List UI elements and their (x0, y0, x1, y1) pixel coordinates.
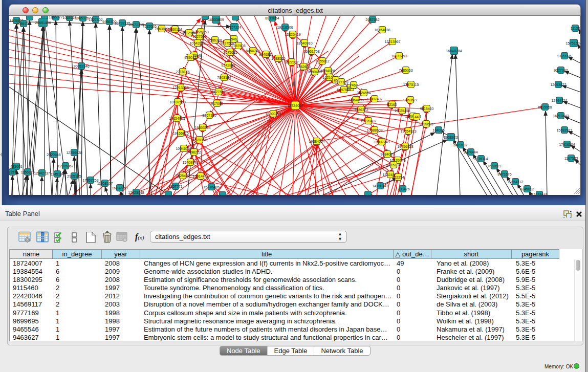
svg-text:1156829: 1156829 (21, 170, 35, 174)
svg-text:9245612: 9245612 (520, 187, 534, 191)
svg-text:2935114: 2935114 (474, 157, 488, 161)
svg-text:18724007: 18724007 (287, 104, 303, 107)
svg-text:8660124: 8660124 (168, 28, 182, 31)
svg-text:8938923: 8938923 (444, 136, 458, 139)
svg-text:8813054: 8813054 (265, 16, 279, 20)
svg-text:12093822: 12093822 (550, 83, 566, 86)
svg-text:10543382: 10543382 (189, 41, 205, 45)
svg-text:1167533: 1167533 (564, 157, 578, 160)
svg-text:2367608: 2367608 (231, 44, 245, 48)
svg-text:15692971: 15692971 (556, 128, 572, 132)
svg-text:10654112: 10654112 (508, 180, 524, 184)
svg-text:19166825: 19166825 (172, 132, 188, 135)
svg-text:1865377: 1865377 (49, 16, 62, 19)
svg-text:9242848: 9242848 (221, 63, 235, 67)
svg-text:3824554: 3824554 (357, 91, 371, 95)
svg-text:19654915: 19654915 (169, 117, 185, 120)
svg-text:485001: 485001 (10, 165, 22, 168)
svg-text:12444151: 12444151 (551, 99, 567, 102)
svg-text:15716485: 15716485 (203, 185, 219, 189)
svg-text:12923448: 12923448 (128, 191, 144, 194)
svg-text:13325419: 13325419 (285, 33, 300, 36)
svg-text:20691406: 20691406 (35, 21, 51, 25)
svg-text:19218506: 19218506 (277, 26, 293, 29)
svg-text:17957253: 17957253 (82, 179, 98, 182)
svg-text:1362615: 1362615 (296, 65, 310, 69)
svg-text:16961758: 16961758 (303, 50, 319, 53)
svg-text:546: 546 (231, 37, 237, 41)
svg-text:11958107: 11958107 (97, 182, 113, 185)
svg-text:17975115: 17975115 (403, 83, 419, 86)
svg-text:2020655: 2020655 (47, 153, 60, 157)
svg-text:16210643: 16210643 (553, 114, 569, 118)
svg-text:19384554: 19384554 (309, 140, 324, 143)
svg-text:1527602: 1527602 (89, 18, 102, 21)
svg-text:1588520: 1588520 (271, 57, 285, 60)
svg-text:18640910: 18640910 (296, 41, 312, 45)
svg-text:62160: 62160 (387, 103, 397, 106)
svg-text:7803144: 7803144 (217, 76, 231, 79)
svg-text:18807249: 18807249 (374, 140, 389, 144)
svg-text:9463627: 9463627 (403, 98, 417, 102)
svg-text:16782759: 16782759 (112, 186, 127, 190)
svg-text:2905135: 2905135 (67, 174, 81, 178)
svg-text:16154838: 16154838 (374, 28, 390, 32)
svg-text:19654923: 19654923 (400, 129, 416, 133)
svg-text:16914479: 16914479 (192, 174, 208, 178)
svg-text:8322037: 8322037 (285, 60, 298, 64)
svg-text:9227342: 9227342 (554, 69, 568, 72)
svg-text:10973493: 10973493 (391, 54, 407, 58)
svg-text:7462: 7462 (350, 83, 358, 87)
svg-text:12942737: 12942737 (34, 171, 50, 175)
svg-text:19353594: 19353594 (194, 126, 210, 129)
svg-text:9474444: 9474444 (464, 150, 477, 154)
svg-text:2687682: 2687682 (365, 18, 379, 21)
svg-text:8427552: 8427552 (211, 90, 225, 94)
svg-text:11123: 11123 (571, 27, 580, 30)
svg-text:6794028: 6794028 (321, 69, 335, 73)
svg-text:10807487: 10807487 (366, 97, 382, 101)
svg-text:9699695: 9699695 (419, 122, 433, 126)
svg-text:15720407: 15720407 (360, 119, 376, 123)
svg-text:7955812: 7955812 (315, 59, 329, 63)
svg-text:989012: 989012 (184, 56, 196, 59)
svg-text:12213383: 12213383 (172, 86, 188, 90)
svg-text:252254: 252254 (392, 176, 404, 179)
svg-text:44: 44 (415, 115, 419, 119)
svg-text:16648784: 16648784 (446, 49, 462, 53)
svg-text:4055713: 4055713 (16, 22, 30, 26)
svg-text:1615132: 1615132 (386, 163, 400, 167)
svg-text:15409948: 15409948 (182, 161, 198, 164)
svg-text:1145194: 1145194 (51, 172, 64, 176)
svg-text:17916504: 17916504 (559, 143, 575, 146)
svg-text:9146821: 9146821 (259, 53, 273, 56)
svg-text:8990448: 8990448 (308, 70, 321, 74)
svg-text:10107553: 10107553 (169, 100, 185, 104)
svg-text:3675685: 3675685 (223, 51, 237, 54)
svg-text:7625462: 7625462 (176, 174, 189, 178)
svg-text:19756928: 19756928 (397, 145, 413, 148)
svg-text:7357224: 7357224 (227, 26, 241, 29)
svg-text:8454749: 8454749 (246, 49, 259, 53)
svg-text:9498222: 9498222 (187, 150, 201, 154)
svg-text:14136141: 14136141 (372, 184, 388, 188)
svg-text:6679197: 6679197 (453, 143, 467, 147)
svg-text:2718176: 2718176 (176, 70, 189, 74)
svg-text:10025458: 10025458 (394, 109, 410, 113)
svg-text:10688609: 10688609 (366, 128, 382, 132)
svg-text:6497568: 6497568 (337, 88, 351, 92)
svg-text:7632621: 7632621 (487, 164, 501, 168)
svg-text:7663822: 7663822 (155, 27, 168, 31)
svg-text:12213967: 12213967 (384, 40, 400, 43)
svg-text:5678354: 5678354 (192, 138, 206, 142)
svg-text:917004: 917004 (211, 102, 223, 105)
svg-text:9857771: 9857771 (168, 185, 182, 188)
svg-text:9129996: 9129996 (557, 54, 571, 58)
svg-text:20053346: 20053346 (73, 64, 89, 68)
svg-text:15751034: 15751034 (565, 41, 581, 45)
svg-text:8215958: 8215958 (538, 105, 552, 109)
svg-text:391571: 391571 (9, 170, 18, 174)
svg-text:9684067: 9684067 (380, 152, 394, 156)
svg-text:20364436: 20364436 (347, 98, 363, 102)
svg-text:8471676: 8471676 (497, 172, 511, 176)
